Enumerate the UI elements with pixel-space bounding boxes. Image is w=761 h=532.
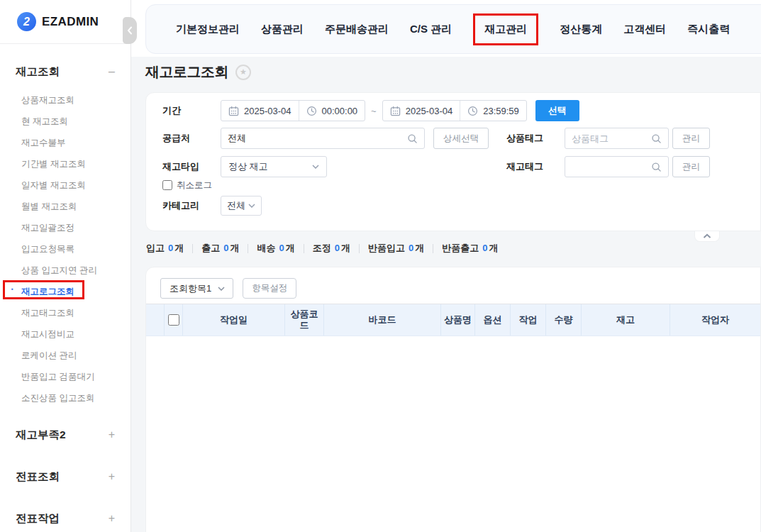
sidebar-item[interactable]: 입고요청목록: [0, 238, 130, 260]
sidebar-item[interactable]: 일자별 재고조회: [0, 174, 130, 196]
product-tag-input-box: [565, 128, 669, 149]
column-header-work[interactable]: 작업: [511, 304, 546, 336]
cancel-log-checkbox[interactable]: [162, 180, 172, 190]
stock-type-select[interactable]: 정상 재고: [221, 156, 327, 177]
stock-tag-label: 재고태그: [506, 160, 565, 173]
column-header-stock[interactable]: 재고: [582, 304, 670, 336]
expand-plus-icon[interactable]: +: [109, 428, 115, 441]
chevron-up-icon: [703, 233, 711, 239]
stock-tag-input[interactable]: [572, 162, 651, 172]
filter-row-supplier: 공급처 상세선택 상품태그 관리: [146, 128, 760, 149]
end-date-value: 2025-03-04: [406, 106, 453, 116]
table-header-spacer: [146, 304, 165, 336]
tab-product[interactable]: 상품관리: [261, 23, 304, 36]
sidebar-item[interactable]: 상품 입고지연 관리: [0, 260, 130, 281]
expand-plus-icon[interactable]: +: [109, 470, 115, 483]
sidebar-section-stock-shortage[interactable]: 재고부족2 +: [0, 419, 130, 450]
sidebar-item[interactable]: 소진상품 입고조회: [0, 387, 130, 409]
sidebar-item[interactable]: 재고태그조회: [0, 302, 130, 323]
end-time-field[interactable]: 23:59:59: [460, 101, 526, 121]
tab-inventory-highlighted[interactable]: 재고관리: [473, 13, 538, 45]
end-date-field[interactable]: 2025-03-04: [383, 101, 460, 121]
sidebar-section-title: 전표작업: [16, 511, 60, 526]
view-items-dropdown[interactable]: 조회항목1: [160, 278, 233, 299]
sidebar-section-title: 재고조회: [16, 65, 60, 79]
filter-product-tag: 상품태그 관리: [506, 128, 710, 149]
results-table-panel: 조회항목1 항목설정 작업일 상품코드 바코드 상품명 옵션 작업 수량 재고 …: [145, 267, 761, 532]
sidebar-item[interactable]: 반품입고 검품대기: [0, 366, 130, 387]
category-select[interactable]: 전체: [221, 196, 262, 216]
chevron-down-icon: [218, 287, 225, 291]
filter-row-cancel-log: 취소로그: [146, 179, 760, 191]
column-settings-button[interactable]: 항목설정: [243, 278, 296, 299]
page-title-row: 재고로그조회 ★: [145, 62, 251, 82]
column-header-work-date[interactable]: 작업일: [183, 304, 285, 336]
filter-stock-tag: 재고태그 관리: [506, 156, 710, 177]
sidebar-item[interactable]: 재고일괄조정: [0, 217, 130, 238]
period-select-button[interactable]: 선택: [535, 100, 579, 121]
filter-collapse-tab[interactable]: [694, 231, 720, 242]
tab-settlement[interactable]: 정산통계: [560, 23, 602, 36]
chevron-down-icon: [248, 204, 255, 208]
stock-tag-manage-button[interactable]: 관리: [672, 156, 710, 177]
sidebar-section-inventory-search[interactable]: 재고조회 –: [0, 61, 130, 82]
summary-count: 0: [279, 243, 284, 253]
table-toolbar: 조회항목1 항목설정: [146, 267, 760, 299]
supplier-input[interactable]: [228, 133, 407, 144]
period-label: 기간: [162, 104, 221, 117]
sidebar-section-slip-work[interactable]: 전표작업 +: [0, 503, 130, 532]
search-icon[interactable]: [651, 162, 662, 172]
page-title: 재고로그조회: [145, 62, 228, 82]
sidebar: 2 EZADMIN 재고조회 – 상품재고조회 현 재고조회 재고수불부 기간별…: [0, 0, 131, 532]
sidebar-item[interactable]: 재고수불부: [0, 132, 130, 153]
tab-instant-print[interactable]: 즉시출력: [687, 23, 730, 36]
column-header-product-name[interactable]: 상품명: [441, 304, 475, 336]
select-all-checkbox[interactable]: [168, 314, 179, 326]
summary-separator: [248, 244, 248, 253]
search-icon[interactable]: [651, 133, 662, 144]
period-separator: ~: [371, 106, 377, 116]
sidebar-item[interactable]: 재고시점비교: [0, 323, 130, 345]
category-label: 카테고리: [162, 199, 221, 212]
search-icon[interactable]: [407, 133, 418, 144]
sidebar-item[interactable]: 상품재고조회: [0, 89, 130, 111]
expand-plus-icon[interactable]: +: [109, 512, 115, 525]
tab-order-shipping[interactable]: 주문배송관리: [325, 23, 389, 36]
start-datetime-group: 2025-03-04 00:00:00: [221, 100, 365, 121]
summary-separator: [433, 244, 433, 253]
tab-customer-center[interactable]: 고객센터: [623, 23, 666, 36]
favorite-star-icon[interactable]: ★: [235, 65, 251, 80]
column-header-quantity[interactable]: 수량: [546, 304, 582, 336]
chevron-down-icon: [312, 165, 319, 169]
sidebar-item-stock-log-active[interactable]: ▪ 재고로그조회: [0, 281, 130, 302]
sidebar-item[interactable]: 현 재고조회: [0, 111, 130, 132]
column-header-product-code[interactable]: 상품코드: [285, 304, 324, 336]
product-tag-manage-button[interactable]: 관리: [672, 128, 710, 149]
sidebar-section-slip-search[interactable]: 전표조회 +: [0, 461, 130, 492]
column-header-barcode[interactable]: 바코드: [324, 304, 441, 336]
sidebar-item[interactable]: 로케이션 관리: [0, 345, 130, 366]
column-header-worker[interactable]: 작업자: [670, 304, 760, 336]
logo-mark-icon: 2: [17, 12, 36, 31]
sidebar-section-title: 전표조회: [16, 470, 60, 484]
start-date-field[interactable]: 2025-03-04: [221, 101, 299, 121]
start-time-field[interactable]: 00:00:00: [299, 101, 365, 121]
tab-cs[interactable]: C/S 관리: [410, 23, 452, 36]
column-header-option[interactable]: 옵션: [475, 304, 511, 336]
summary-count: 0: [482, 243, 487, 253]
sidebar-collapse-handle[interactable]: [123, 17, 137, 44]
sidebar-item[interactable]: 기간별 재고조회: [0, 153, 130, 174]
calendar-icon: [228, 106, 239, 116]
logo[interactable]: 2 EZADMIN: [0, 0, 130, 44]
sidebar-item[interactable]: 월별 재고조회: [0, 196, 130, 217]
summary-inbound: 입고0개: [146, 242, 184, 255]
sidebar-item-list: 상품재고조회 현 재고조회 재고수불부 기간별 재고조회 일자별 재고조회 월별…: [0, 89, 130, 409]
collapse-minus-icon[interactable]: –: [109, 65, 115, 78]
filter-panel: 기간 2025-03-04: [145, 92, 761, 231]
tab-basic-info[interactable]: 기본정보관리: [176, 23, 240, 36]
supplier-input-box: [221, 128, 425, 149]
summary-count: 0: [223, 243, 228, 253]
sidebar-section-title: 재고부족2: [16, 428, 66, 443]
product-tag-input[interactable]: [572, 133, 651, 144]
supplier-detail-button[interactable]: 상세선택: [433, 128, 489, 149]
